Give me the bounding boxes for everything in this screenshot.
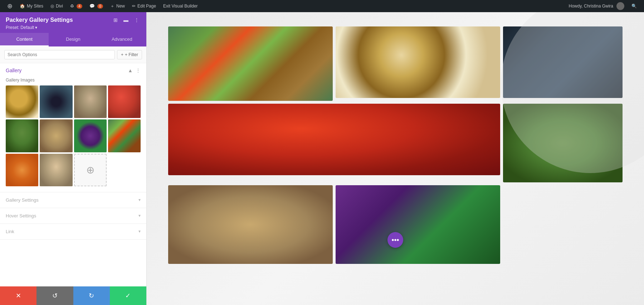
admin-bar-user[interactable]: Howdy, Christina Gwira: [565, 0, 628, 12]
gallery-thumb-5[interactable]: [6, 119, 38, 152]
hover-settings-section: Hover Settings ▾: [0, 208, 146, 224]
gallery-thumb-4[interactable]: [108, 85, 141, 118]
panel-header-icons: ⊞ ▬ ⋮: [112, 16, 141, 24]
filter-button[interactable]: + + Filter: [117, 50, 142, 59]
updates-icon: ♻: [70, 4, 74, 9]
hover-settings-title: Hover Settings: [6, 213, 36, 218]
redo-icon: ↻: [89, 292, 94, 300]
more-icon[interactable]: ⋮: [133, 16, 141, 24]
thumb-img-4: [108, 85, 141, 118]
comments-icon: 💬: [89, 4, 95, 9]
gallery-thumb-6[interactable]: [40, 119, 72, 152]
gallery-image-4[interactable]: [168, 104, 500, 175]
dots-icon[interactable]: ⋮: [136, 68, 141, 73]
gallery-section-title: Gallery: [6, 68, 21, 73]
thumb-img-6: [40, 119, 72, 152]
columns-icon[interactable]: ▬: [122, 16, 130, 24]
gallery-thumb-3[interactable]: [74, 85, 107, 118]
add-image-button[interactable]: ⊕: [74, 154, 107, 186]
home-icon: 🏠: [20, 4, 25, 9]
gallery-section-body: Gallery Images: [0, 78, 146, 192]
thumb-img-3: [74, 85, 107, 118]
thumb-img-9: [6, 154, 38, 186]
gallery-settings-header[interactable]: Gallery Settings ▾: [0, 192, 146, 208]
thumb-img-10: [40, 154, 72, 186]
admin-bar-divi[interactable]: ◎ Divi: [47, 0, 67, 12]
gallery-thumb-1[interactable]: [6, 85, 38, 118]
chevron-down-icon: ▾: [138, 213, 141, 218]
chevron-down-icon: ▾: [35, 25, 37, 30]
admin-bar-my-sites[interactable]: 🏠 My Sites: [16, 0, 47, 12]
admin-bar: ⊕ 🏠 My Sites ◎ Divi ♻ 4 💬 0 ＋ New ✏ Edit…: [0, 0, 644, 12]
cancel-icon: ✕: [16, 292, 21, 300]
gallery-image-6[interactable]: [168, 185, 333, 264]
admin-bar-search[interactable]: 🔍: [628, 0, 640, 12]
avatar: [616, 2, 624, 10]
thumb-img-7: [74, 119, 107, 152]
tab-advanced[interactable]: Advanced: [98, 33, 146, 46]
gallery-section-header[interactable]: Gallery ▲ ⋮: [0, 63, 146, 78]
gallery-image-7[interactable]: [336, 185, 500, 264]
admin-bar-comments[interactable]: 💬 0: [86, 0, 107, 12]
gallery-thumb-9[interactable]: [6, 154, 38, 186]
gallery-thumb-8[interactable]: [108, 119, 141, 152]
search-input[interactable]: [4, 50, 115, 59]
plus-icon: ＋: [110, 3, 114, 9]
gallery-section-icons: ▲ ⋮: [128, 68, 141, 73]
thumb-img-5: [6, 119, 38, 152]
admin-bar-exit-builder[interactable]: Exit Visual Builder: [160, 0, 201, 12]
panel-header: Packery Gallery Settings ⊞ ▬ ⋮ Preset: D…: [0, 12, 146, 33]
bottom-action-bar: ✕ ↺ ↻ ✓: [0, 286, 146, 305]
main-content: •••: [147, 12, 644, 305]
gallery-image-2[interactable]: [503, 26, 623, 98]
hover-settings-header[interactable]: Hover Settings ▾: [0, 208, 146, 223]
link-section: Link ▾: [0, 224, 146, 240]
gallery-settings-section: Gallery Settings ▾: [0, 192, 146, 208]
gallery-section: Gallery ▲ ⋮ Gallery Images: [0, 63, 146, 192]
admin-bar-right: Howdy, Christina Gwira 🔍: [565, 0, 640, 12]
image-grid: ⊕: [6, 85, 141, 186]
gallery-image-1[interactable]: [336, 26, 500, 98]
gallery-image-5[interactable]: [503, 104, 623, 182]
save-button[interactable]: ✓: [110, 286, 146, 305]
divi-icon: ◎: [50, 4, 54, 9]
undo-icon: ↺: [52, 292, 58, 300]
undo-button[interactable]: ↺: [36, 286, 73, 305]
gallery-grid: [147, 12, 644, 305]
gallery-thumb-7[interactable]: [74, 119, 107, 152]
float-action-button[interactable]: •••: [387, 232, 403, 248]
thumb-img-8: [108, 119, 141, 152]
search-bar: + + Filter: [0, 46, 146, 63]
chevron-up-icon[interactable]: ▲: [128, 68, 133, 73]
grid-icon[interactable]: ⊞: [112, 16, 119, 24]
search-icon: 🔍: [631, 4, 637, 9]
dots-icon: •••: [391, 236, 399, 244]
gallery-thumb-10[interactable]: [40, 154, 72, 186]
plus-circle-icon: ⊕: [86, 164, 94, 176]
tab-content[interactable]: Content: [0, 33, 49, 46]
link-title: Link: [6, 229, 14, 234]
settings-panel: Packery Gallery Settings ⊞ ▬ ⋮ Preset: D…: [0, 12, 147, 305]
thumb-img-2: [40, 85, 72, 118]
thumb-img-1: [6, 85, 38, 118]
cancel-button[interactable]: ✕: [0, 286, 36, 305]
tab-design[interactable]: Design: [49, 33, 97, 46]
gallery-images-label: Gallery Images: [6, 78, 141, 83]
admin-bar-edit-page[interactable]: ✏ Edit Page: [128, 0, 160, 12]
link-header[interactable]: Link ▾: [0, 224, 146, 239]
panel-tabs: Content Design Advanced: [0, 33, 146, 46]
admin-bar-new[interactable]: ＋ New: [107, 0, 128, 12]
admin-bar-updates[interactable]: ♻ 4: [67, 0, 86, 12]
gallery-thumb-2[interactable]: [40, 85, 72, 118]
panel-content: Gallery ▲ ⋮ Gallery Images: [0, 63, 146, 305]
chevron-down-icon: ▾: [138, 229, 141, 234]
preset-selector[interactable]: Preset: Default ▾: [6, 25, 141, 30]
check-icon: ✓: [125, 292, 131, 300]
chevron-down-icon: ▾: [138, 197, 141, 202]
wp-logo-icon[interactable]: ⊕: [4, 0, 16, 12]
redo-button[interactable]: ↻: [73, 286, 110, 305]
gallery-canvas: •••: [147, 12, 644, 305]
gallery-settings-title: Gallery Settings: [6, 197, 39, 203]
panel-header-top: Packery Gallery Settings ⊞ ▬ ⋮: [6, 16, 141, 24]
gallery-image-3[interactable]: [168, 26, 333, 101]
